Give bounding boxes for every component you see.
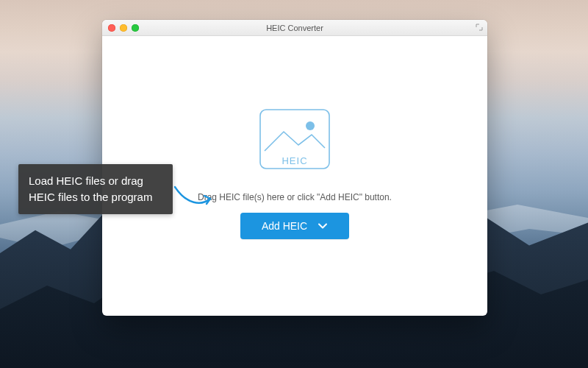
- hint-tooltip: Load HEIC files or drag HEIC files to th…: [18, 164, 173, 214]
- hint-tooltip-text: Load HEIC files or drag HEIC files to th…: [29, 174, 152, 203]
- close-icon[interactable]: [108, 24, 115, 32]
- add-heic-button[interactable]: Add HEIC: [240, 213, 349, 239]
- svg-point-1: [306, 121, 315, 130]
- window-traffic-lights: [108, 24, 139, 32]
- desktop-background: HEIC Converter HEIC Drag HEIC file(s) he…: [0, 0, 588, 368]
- hint-arrow-icon: [172, 184, 218, 213]
- chevron-down-icon: [318, 221, 328, 231]
- heic-image-icon: HEIC: [254, 105, 335, 182]
- add-heic-button-label: Add HEIC: [262, 220, 307, 232]
- fullscreen-icon[interactable]: [476, 24, 483, 31]
- zoom-icon[interactable]: [132, 24, 139, 32]
- minimize-icon[interactable]: [120, 24, 127, 32]
- window-title: HEIC Converter: [102, 24, 487, 32]
- window-titlebar[interactable]: HEIC Converter: [102, 20, 487, 36]
- drop-instruction-text: Drag HEIC file(s) here or click "Add HEI…: [198, 192, 392, 202]
- heic-icon-label: HEIC: [282, 155, 307, 166]
